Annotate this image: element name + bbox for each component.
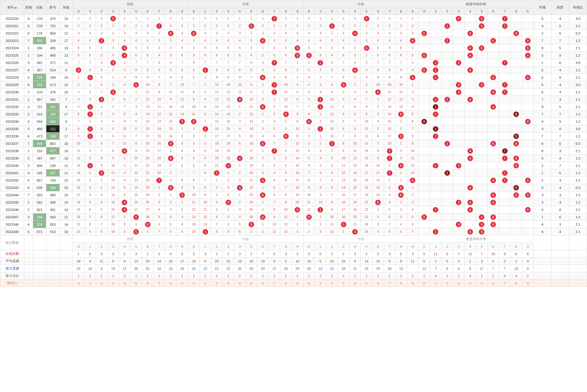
- miss-cell: 11: [326, 221, 338, 228]
- miss-cell: 3: [200, 89, 211, 96]
- col-num-6: 6: [142, 8, 154, 15]
- cell-week: 2: [24, 52, 33, 59]
- miss-cell: 3: [153, 44, 165, 52]
- miss-cell: 8: [303, 177, 315, 184]
- miss-cell: 17: [153, 147, 165, 155]
- miss-cell: 8: [280, 66, 292, 74]
- miss-cell: 3: [303, 74, 315, 81]
- zuxuan-cell: [499, 140, 511, 147]
- col-hezhi[interactable]: 和值: [59, 0, 73, 15]
- zuxuan-cell: [499, 228, 511, 236]
- miss-cell: 2: [257, 228, 269, 236]
- zuxuan-cell: [522, 155, 534, 162]
- miss-cell: 8: [326, 81, 338, 89]
- miss-cell: 5: [96, 133, 108, 140]
- ball-zuxuan: 3: [453, 81, 465, 89]
- miss-cell: 2: [188, 44, 200, 52]
- zuxuan-cell: [464, 74, 476, 81]
- miss-cell: 11: [349, 147, 361, 155]
- miss-cell: 6: [372, 133, 384, 140]
- ball-bai: 4: [119, 199, 131, 206]
- col-kuadu[interactable]: 跨度: [551, 0, 569, 15]
- zuxuan-cell: [418, 37, 430, 44]
- miss-cell: 3: [292, 228, 303, 236]
- miss-cell: 9: [153, 89, 165, 96]
- cell-week: 1: [24, 147, 33, 155]
- miss-cell: 1: [338, 228, 349, 236]
- cell-jianghao: 495: [46, 44, 59, 52]
- miss-cell: 10: [234, 81, 246, 89]
- zuxuan-cell: [499, 52, 511, 59]
- miss-cell: 14: [165, 133, 177, 140]
- miss-cell: 5: [130, 44, 142, 52]
- cell-jiou: 1:2: [569, 133, 587, 140]
- col-jiou[interactable]: 奇偶比: [569, 0, 587, 15]
- miss-cell: 2: [395, 22, 407, 30]
- zuxuan-cell: [453, 140, 465, 147]
- zuxuan-cell: [499, 206, 511, 213]
- zuxuan-cell: [441, 89, 453, 96]
- miss-cell: 11: [395, 89, 407, 96]
- miss-cell: 1: [73, 15, 84, 22]
- miss-cell: 2: [165, 169, 177, 177]
- miss-cell: 9: [326, 89, 338, 96]
- zuxuan-cell: [522, 147, 534, 155]
- miss-cell: 9: [200, 191, 211, 199]
- zuxuan-cell: [441, 228, 453, 236]
- miss-cell: 15: [338, 191, 349, 199]
- miss-cell: 7: [96, 147, 108, 155]
- miss-cell: 3: [177, 30, 188, 37]
- cell-kuadu: 9: [551, 118, 569, 125]
- miss-cell: 10: [280, 81, 292, 89]
- ball-zuxuan: 7: [499, 15, 511, 22]
- cell-issue: 2023339: [0, 155, 24, 162]
- miss-cell: 21: [211, 162, 223, 169]
- miss-cell: 6: [165, 228, 177, 236]
- miss-cell: 2: [395, 177, 407, 184]
- cell-week: 1: [24, 44, 33, 52]
- cell-hezhi: 12: [59, 162, 73, 169]
- cell-week: 6: [24, 133, 33, 140]
- miss-cell: 1: [153, 15, 165, 22]
- miss-cell: 2: [303, 22, 315, 30]
- cell-hewei: 3: [534, 191, 551, 199]
- ball-shi: 3: [223, 199, 234, 206]
- table-row: 2023330737837616327351119811831111119271…: [0, 89, 587, 96]
- col-hewei[interactable]: 和尾: [534, 0, 551, 15]
- col-shiji[interactable]: 试机: [33, 0, 46, 15]
- miss-cell: 3: [384, 191, 395, 199]
- zuxuan-cell: [441, 206, 453, 213]
- zuxuan-cell: [522, 15, 534, 22]
- cell-hewei: 1: [534, 169, 551, 177]
- miss-cell: 3: [280, 30, 292, 37]
- miss-cell: 1: [407, 184, 418, 191]
- miss-cell: 4: [107, 118, 119, 125]
- ball-shi: 6: [257, 103, 269, 111]
- cell-jiou: 2:1: [569, 177, 587, 184]
- miss-cell: 7: [234, 147, 246, 155]
- zuxuan-cell: [487, 96, 499, 103]
- miss-cell: 11: [407, 155, 418, 162]
- ball-ge: 0: [303, 213, 315, 221]
- miss-cell: 16: [153, 140, 165, 147]
- cell-kuadu: 5: [551, 44, 569, 52]
- miss-cell: 5: [211, 44, 223, 52]
- cell-week: 7: [24, 37, 33, 44]
- zuxuan-cell: [487, 44, 499, 52]
- miss-cell: 13: [200, 221, 211, 228]
- col-bai: 百位: [73, 0, 188, 8]
- miss-cell: 1: [407, 81, 418, 89]
- col-week[interactable]: 星期: [24, 0, 33, 15]
- miss-cell: 2: [177, 22, 188, 30]
- miss-cell: 4: [303, 81, 315, 89]
- miss-cell: 4: [234, 213, 246, 221]
- col-num-5: 5: [246, 8, 257, 15]
- miss-cell: 14: [361, 147, 372, 155]
- miss-cell: 5: [338, 44, 349, 52]
- miss-cell: 2: [407, 52, 418, 59]
- miss-cell: 5: [372, 125, 384, 133]
- col-jianghao[interactable]: 奖号: [46, 0, 59, 15]
- col-issue[interactable]: 期号: [0, 0, 24, 15]
- cell-hezhi: 16: [59, 74, 73, 81]
- miss-cell: 2: [84, 22, 96, 30]
